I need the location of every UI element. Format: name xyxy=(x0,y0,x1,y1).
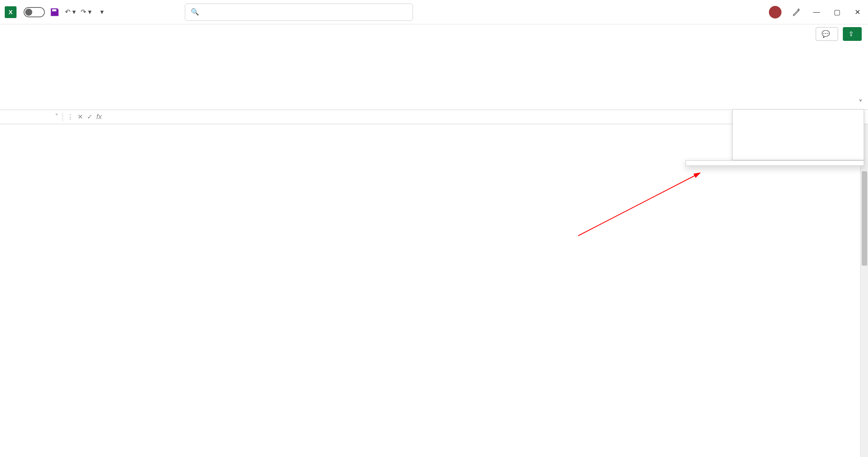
bankcard-dropdown-menu xyxy=(686,160,864,166)
sub-ribbon-popup xyxy=(732,109,864,160)
share-button[interactable]: ⇪ xyxy=(843,27,862,41)
search-icon: 🔍 xyxy=(191,8,199,16)
search-box[interactable]: 🔍 xyxy=(185,4,413,21)
toggle-switch[interactable] xyxy=(24,7,45,17)
qat-more[interactable]: ▾ xyxy=(96,6,108,18)
redo-button[interactable]: ↷ ▾ xyxy=(80,6,92,18)
autosave-toggle[interactable] xyxy=(20,7,45,17)
svg-point-0 xyxy=(798,9,800,10)
comments-button[interactable]: 💬 xyxy=(816,27,838,41)
mic-button[interactable] xyxy=(790,6,802,18)
formula-buttons: ⋮ ✕ ✓ fx xyxy=(63,113,106,121)
formula-dropdown-icon[interactable]: ⋮ xyxy=(67,113,74,121)
excel-app-icon: X xyxy=(5,6,17,18)
minimize-button[interactable]: — xyxy=(811,6,822,18)
vertical-scrollbar[interactable] xyxy=(860,124,868,457)
scrollbar-thumb[interactable] xyxy=(862,171,867,266)
ribbon xyxy=(0,43,868,110)
name-box[interactable]: ˅ xyxy=(0,113,63,121)
spreadsheet-grid[interactable] xyxy=(0,124,868,457)
fx-icon[interactable]: fx xyxy=(96,113,102,121)
undo-button[interactable]: ↶ ▾ xyxy=(65,6,76,18)
title-bar: X ↶ ▾ ↷ ▾ ▾ 🔍 — ▢ ✕ xyxy=(0,0,868,24)
save-button[interactable] xyxy=(49,6,61,18)
maximize-button[interactable]: ▢ xyxy=(831,6,843,18)
accept-formula-icon[interactable]: ✓ xyxy=(87,113,92,121)
name-box-dropdown-icon[interactable]: ˅ xyxy=(55,113,59,121)
cancel-formula-icon[interactable]: ✕ xyxy=(77,113,83,121)
toggle-knob xyxy=(25,9,32,16)
close-button[interactable]: ✕ xyxy=(851,6,863,18)
ribbon-tabs: 💬 ⇪ xyxy=(0,24,868,43)
user-avatar[interactable] xyxy=(769,6,781,18)
